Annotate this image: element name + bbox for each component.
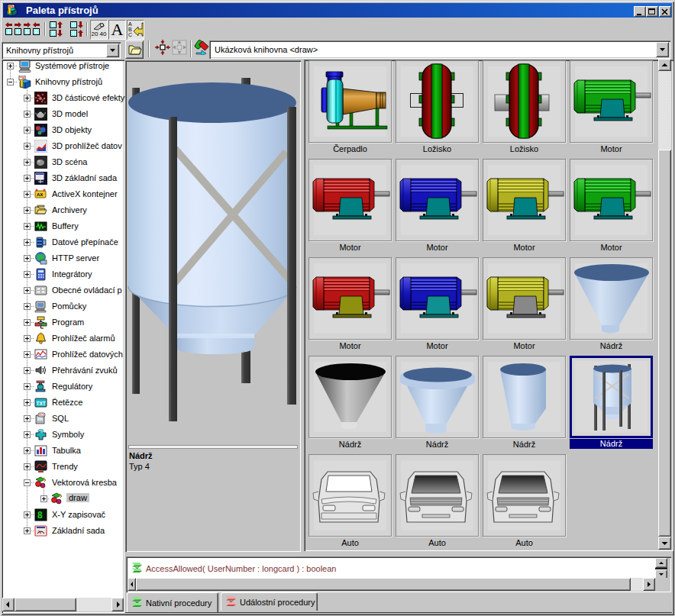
svg-text:A: A bbox=[128, 21, 132, 27]
svg-text:B: B bbox=[128, 27, 132, 32]
svg-text:C: C bbox=[128, 32, 132, 37]
svg-text:SQL: SQL bbox=[39, 413, 46, 417]
svg-text:TXT: TXT bbox=[37, 401, 46, 406]
svg-text:AX: AX bbox=[37, 192, 43, 197]
svg-text:8: 8 bbox=[37, 510, 43, 521]
